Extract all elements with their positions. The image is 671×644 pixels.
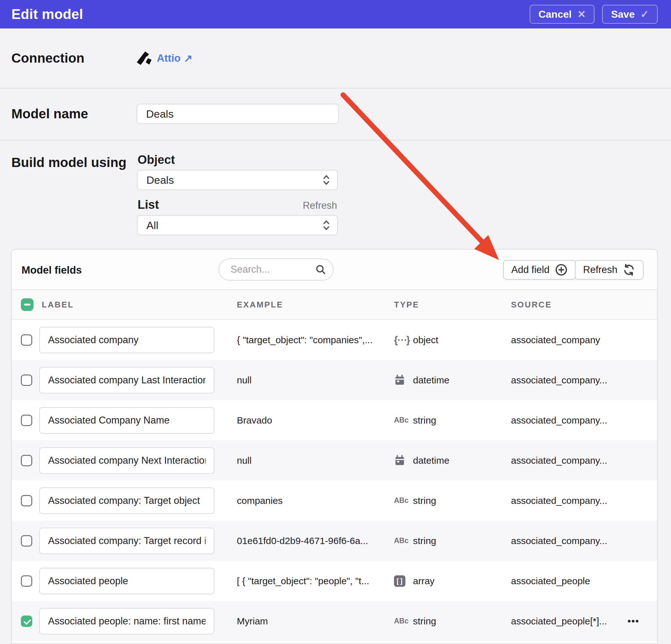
type-icon <box>394 375 408 386</box>
page-title: Edit model <box>11 6 83 22</box>
type-icon: ABc <box>394 416 408 425</box>
row-checkbox[interactable] <box>21 576 32 587</box>
connection-name: Attio <box>157 52 180 64</box>
field-row: null datetime associated_company... ••• <box>12 360 657 400</box>
search-icon <box>315 264 327 276</box>
external-link-icon: ↗ <box>184 52 193 64</box>
field-label-input[interactable] <box>39 488 214 514</box>
refresh-button[interactable]: Refresh <box>575 260 644 280</box>
field-label-input[interactable] <box>39 367 214 393</box>
add-field-label: Add field <box>511 264 549 276</box>
connection-link[interactable]: Attio ↗ <box>157 52 193 64</box>
field-row: null datetime associated_company... ••• <box>12 440 657 480</box>
field-type: ABc string <box>394 535 511 546</box>
field-row: Myriam ABc string associated_people[*]..… <box>12 601 657 641</box>
search-box <box>218 258 333 280</box>
model-fields-panel: Model fields Add field Refresh <box>11 249 658 644</box>
connection-label: Connection <box>11 51 137 66</box>
list-refresh-link[interactable]: Refresh <box>303 200 337 211</box>
row-checkbox[interactable] <box>21 455 32 466</box>
field-example: null <box>237 375 394 386</box>
field-source: associated_company <box>511 334 657 345</box>
field-label-input[interactable] <box>39 568 214 594</box>
refresh-icon <box>623 264 635 276</box>
add-field-button[interactable]: Add field <box>503 260 576 280</box>
topbar: Edit model Cancel ✕ Save ✓ <box>0 0 671 28</box>
list-label: List <box>138 198 159 212</box>
column-header-source: SOURCE <box>511 300 657 310</box>
row-checkbox[interactable] <box>21 415 32 426</box>
chevron-up-down-icon <box>322 174 330 186</box>
topbar-actions: Cancel ✕ Save ✓ <box>530 5 658 24</box>
field-type-label: string <box>413 616 436 627</box>
edit-model-page: Edit model Cancel ✕ Save ✓ Connection <box>0 0 671 644</box>
chevron-up-down-icon <box>322 219 330 231</box>
object-select-value: Deals <box>147 174 174 186</box>
cancel-label: Cancel <box>539 9 572 20</box>
refresh-label: Refresh <box>583 264 618 276</box>
field-row: { "target_object": "companies",... {⋯} o… <box>12 320 657 360</box>
type-icon: ABc <box>394 617 408 625</box>
field-label-input[interactable] <box>39 407 214 434</box>
field-type: datetime <box>394 455 511 466</box>
field-label-input[interactable] <box>39 608 214 634</box>
field-type-label: string <box>413 495 436 506</box>
object-label: Object <box>138 153 175 167</box>
field-type-label: string <box>413 415 436 426</box>
field-rows: { "target_object": "companies",... {⋯} o… <box>12 320 657 641</box>
column-header-type: TYPE <box>394 300 511 310</box>
field-type-label: datetime <box>413 375 450 386</box>
field-source: associated_company... <box>511 455 657 466</box>
list-select-value: All <box>147 219 159 231</box>
field-type: ABc string <box>394 415 511 426</box>
field-type: ABc string <box>394 495 511 506</box>
field-example: Bravado <box>237 415 394 426</box>
field-example: null <box>237 455 394 466</box>
field-type: ABc string <box>394 616 511 627</box>
field-row: 01e61fd0-d2b9-4671-96f6-6a... ABc string… <box>12 521 657 561</box>
row-menu-button[interactable]: ••• <box>628 616 640 627</box>
save-button[interactable]: Save ✓ <box>602 5 658 24</box>
field-source: associated_company... <box>511 415 657 426</box>
field-type: [ ] array <box>394 576 511 587</box>
object-select[interactable]: Deals <box>137 170 338 190</box>
connection-section: Connection Attio ↗ <box>11 28 660 88</box>
type-icon: [ ] <box>394 576 408 587</box>
column-header-example: EXAMPLE <box>237 300 394 310</box>
field-label-input[interactable] <box>39 528 214 554</box>
row-checkbox[interactable] <box>21 495 32 506</box>
save-label: Save <box>611 9 635 20</box>
field-source: associated_company... <box>511 495 657 506</box>
row-checkbox[interactable] <box>21 334 32 346</box>
model-fields-header: Model fields Add field Refresh <box>12 250 657 289</box>
field-example: Myriam <box>237 616 394 627</box>
field-example: companies <box>237 495 394 506</box>
type-icon: ABc <box>394 496 408 505</box>
model-name-input[interactable] <box>137 104 339 124</box>
list-select[interactable]: All <box>137 215 338 235</box>
field-example: { "target_object": "companies",... <box>237 334 394 345</box>
close-icon: ✕ <box>578 9 586 19</box>
type-icon: {⋯} <box>394 334 408 346</box>
field-label-input[interactable] <box>39 327 214 353</box>
build-model-section: Build model using Object Deals List Refr… <box>11 140 660 249</box>
row-checkbox[interactable] <box>21 535 32 546</box>
column-header-label: LABEL <box>39 300 237 310</box>
field-source: associated_company... <box>511 375 657 386</box>
model-fields-title: Model fields <box>22 264 82 276</box>
model-name-section: Model name <box>11 88 660 140</box>
field-label-input[interactable] <box>39 447 214 474</box>
field-row: [ { "target_object": "people", "t... [ ]… <box>12 561 657 601</box>
row-checkbox[interactable] <box>21 616 32 627</box>
field-type: datetime <box>394 375 511 386</box>
type-icon <box>394 455 408 466</box>
table-column-headers: LABEL EXAMPLE TYPE SOURCE <box>12 289 657 320</box>
cancel-button[interactable]: Cancel ✕ <box>530 5 595 24</box>
type-icon: ABc <box>394 536 408 545</box>
select-all-checkbox[interactable] <box>21 298 34 311</box>
row-checkbox[interactable] <box>21 375 32 386</box>
field-row: companies ABc string associated_company.… <box>12 480 657 521</box>
plus-circle-icon <box>555 263 568 276</box>
field-example: 01e61fd0-d2b9-4671-96f6-6a... <box>237 535 394 546</box>
field-type-label: string <box>413 535 436 546</box>
